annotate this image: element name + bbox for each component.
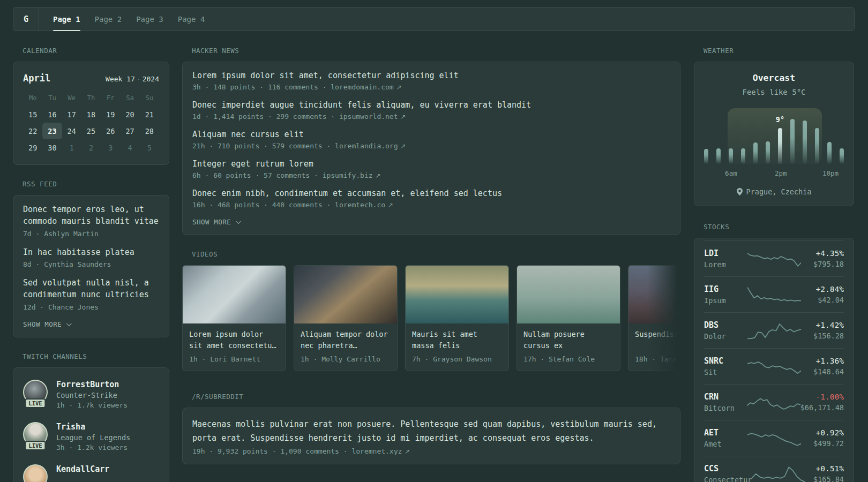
stock-price: $42.04 [801, 296, 844, 304]
video-card-body: Aliquam tempor dolor nec pharetra… 1h · … [294, 323, 397, 371]
rss-title-link[interactable]: In hac habitasse platea [23, 247, 159, 259]
hn-title-link[interactable]: Donec imperdiet augue tincidunt felis al… [192, 100, 670, 110]
video-thumbnail[interactable] [628, 266, 680, 323]
stock-row[interactable]: SNRC Sit +1.36% $148.64 [704, 348, 844, 384]
temperature-bar [778, 128, 782, 164]
video-title-link[interactable]: Suspendisse diam [635, 329, 680, 351]
video-thumbnail[interactable] [517, 266, 620, 323]
video-thumbnail[interactable] [406, 266, 508, 323]
weather-condition: Overcast [704, 73, 844, 83]
hn-title-link[interactable]: Lorem ipsum dolor sit amet, consectetur … [192, 71, 670, 80]
rss-title-link[interactable]: Donec tempor eros leo, ut commodo mauris… [23, 204, 159, 228]
hn-domain-link[interactable]: ipsumify.biz↗ [323, 171, 381, 179]
weather-time-axis: 6am2pm10pm [704, 169, 844, 178]
channel-name-link[interactable]: KendallCarr [56, 464, 109, 474]
calendar-day: 4 [120, 139, 139, 156]
hn-domain-text: loremlandia.org [335, 142, 398, 150]
channel-avatar-image [23, 464, 48, 482]
stock-name: Bitcorn [704, 404, 747, 412]
stock-name: Consectetur [704, 476, 752, 482]
hn-title-link[interactable]: Donec enim nibh, condimentum et accumsan… [192, 189, 670, 198]
section-label-rss: RSS FEED [23, 180, 169, 188]
stock-change: +1.36% [801, 357, 844, 365]
calendar-day: 21 [140, 106, 159, 123]
right-column: WEATHER Overcast Feels like 5°C [694, 47, 854, 482]
subreddit-post-meta: 19h · 9,932 points · 1,090 comments · lo… [192, 447, 670, 455]
stock-row[interactable]: LDI Lorem +4.35% $795.18 [704, 240, 844, 276]
video-title-link[interactable]: Aliquam tempor dolor nec pharetra… [301, 329, 391, 351]
stock-row[interactable]: AET Amet +0.92% $499.72 [704, 420, 844, 456]
separator-dot: · [135, 75, 143, 83]
hn-domain-text: ipsumify.biz [323, 171, 373, 179]
weather-location: Prague, Czechia [704, 187, 844, 196]
twitch-channel-row[interactable]: LIVE ForrestBurton Counter-Strike 1h · 1… [23, 380, 159, 409]
page-tab[interactable]: Page 4 [178, 7, 205, 31]
calendar-day: 24 [62, 123, 81, 139]
rss-title-link[interactable]: Sed volutpat nulla nisl, a condimentum n… [23, 277, 159, 301]
video-card[interactable]: Suspendisse diam 18h · Tara [628, 265, 680, 371]
rss-widget: RSS FEED Donec tempor eros leo, ut commo… [13, 180, 169, 337]
hn-title-link[interactable]: Integer eget rutrum lorem [192, 159, 670, 169]
subreddit-post-title-link[interactable]: Maecenas mollis pulvinar erat non posuer… [192, 418, 670, 445]
channel-name-link[interactable]: ForrestBurton [56, 380, 128, 389]
stock-row[interactable]: CRN Bitcorn -1.00% $66,171.48 [704, 384, 844, 420]
twitch-channel-row[interactable]: LIVE Trisha League of Legends 3h · 1.2k … [23, 422, 159, 451]
hn-meta: 16h · 468 points · 440 comments · loremt… [192, 201, 670, 209]
hn-domain-link[interactable]: ipsumworld.net↗ [339, 112, 406, 120]
rss-item: In hac habitasse platea 8d · Cynthia Sau… [23, 247, 159, 269]
twitch-channel-row[interactable]: LIVE KendallCarr [23, 464, 159, 482]
hn-domain-link[interactable]: loremdomain.com↗ [331, 83, 401, 91]
page-tab[interactable]: Page 3 [136, 7, 163, 31]
hacker-news-widget: HACKER NEWS Lorem ipsum dolor sit amet, … [182, 47, 680, 235]
hn-domain-link[interactable]: loremlandia.org↗ [335, 142, 406, 150]
calendar-year: 2024 [143, 75, 159, 83]
calendar-day: 16 [42, 106, 62, 123]
twitch-card: LIVE ForrestBurton Counter-Strike 1h · 1… [13, 367, 169, 482]
calendar-day: 18 [81, 106, 101, 123]
video-title-link[interactable]: Lorem ipsum dolor sit amet consectetu… [189, 329, 279, 351]
app-logo[interactable]: G [13, 7, 39, 31]
weather-bar-slot [790, 119, 795, 164]
page-tab[interactable]: Page 2 [95, 7, 122, 31]
hn-title-link[interactable]: Aliquam nec cursus elit [192, 130, 670, 139]
weather-bar-slot [741, 148, 745, 164]
live-badge: LIVE [25, 441, 46, 450]
video-thumbnail[interactable] [294, 266, 397, 323]
temperature-bar [790, 119, 795, 164]
calendar-month: April [23, 73, 50, 84]
weather-hourly-chart: 9° [704, 119, 844, 178]
stock-identity: LDI Lorem [704, 248, 747, 269]
section-label-calendar: CALENDAR [23, 47, 169, 55]
subreddit-domain-link[interactable]: loremnet.xyz↗ [351, 447, 410, 455]
hn-domain-link[interactable]: loremtech.co↗ [335, 201, 393, 209]
stock-change: +2.84% [801, 285, 844, 293]
external-link-icon: ↗ [401, 142, 406, 150]
rss-list: Donec tempor eros leo, ut commodo mauris… [23, 204, 159, 311]
stock-row[interactable]: DBS Dolor +1.42% $156.28 [704, 312, 844, 348]
temperature-bar [827, 142, 832, 164]
calendar-day-grid: 1516171819202122232425262728293012345 [23, 106, 159, 156]
stock-row[interactable]: IIG Ipsum +2.84% $42.04 [704, 276, 844, 312]
video-card[interactable]: Lorem ipsum dolor sit amet consectetu… 1… [182, 265, 286, 371]
hn-show-more-button[interactable]: SHOW MORE [192, 218, 670, 226]
video-meta: 17h · Stefan Cole [523, 355, 613, 363]
video-title-link[interactable]: Mauris sit amet massa felis [412, 329, 502, 351]
video-title-link[interactable]: Nullam posuere cursus ex [523, 329, 613, 351]
video-card[interactable]: Mauris sit amet massa felis 7h · Grayson… [405, 265, 509, 371]
video-card[interactable]: Aliquam tempor dolor nec pharetra… 1h · … [294, 265, 398, 371]
channel-info: ForrestBurton Counter-Strike 1h · 1.7k v… [56, 380, 128, 409]
channel-name-link[interactable]: Trisha [56, 422, 130, 432]
calendar-day: 3 [101, 139, 120, 156]
video-thumbnail[interactable] [183, 266, 286, 323]
live-badge: LIVE [25, 398, 46, 408]
video-card[interactable]: Nullam posuere cursus ex 17h · Stefan Co… [517, 265, 620, 371]
video-meta: 1h · Molly Carrillo [301, 355, 391, 363]
external-link-icon: ↗ [405, 448, 410, 455]
page-tab[interactable]: Page 1 [53, 7, 80, 31]
hn-item: Donec imperdiet augue tincidunt felis al… [192, 100, 670, 120]
stock-row[interactable]: CCS Consectetur +0.51% $165.84 [704, 456, 844, 482]
calendar-card: April Week 17·2024 MoTuWeThFrSaSu 151617… [13, 62, 169, 165]
stock-name: Sit [704, 368, 747, 376]
rss-show-more-button[interactable]: SHOW MORE [23, 320, 159, 328]
stocks-card: LDI Lorem +4.35% $795.18 IIG Ipsum [694, 238, 854, 482]
